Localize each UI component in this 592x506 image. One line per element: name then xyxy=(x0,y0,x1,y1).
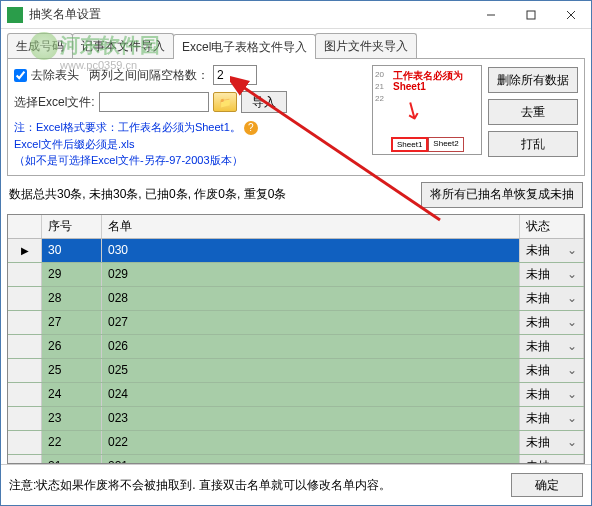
col-name: 名单 xyxy=(102,215,520,238)
tab-excel[interactable]: Excel电子表格文件导入 xyxy=(173,34,316,59)
select-file-label: 选择Excel文件: xyxy=(14,94,95,111)
table-row[interactable]: 25025未抽 xyxy=(8,359,584,383)
data-grid: 序号 名单 状态 ▶30030未抽29029未抽28028未抽27027未抽26… xyxy=(7,214,585,465)
window-title: 抽奖名单设置 xyxy=(29,6,471,23)
status-dropdown[interactable]: 未抽 xyxy=(520,383,584,406)
table-row[interactable]: 29029未抽 xyxy=(8,263,584,287)
import-button[interactable]: 导入 xyxy=(241,91,287,113)
maximize-button[interactable] xyxy=(511,1,551,29)
status-dropdown[interactable]: 未抽 xyxy=(520,239,584,262)
grid-body[interactable]: ▶30030未抽29029未抽28028未抽27027未抽26026未抽2502… xyxy=(8,239,584,464)
minimize-button[interactable] xyxy=(471,1,511,29)
app-icon xyxy=(7,7,23,23)
ok-button[interactable]: 确定 xyxy=(511,473,583,497)
table-row[interactable]: 21021未抽 xyxy=(8,455,584,464)
col-status: 状态 xyxy=(520,215,584,238)
table-row[interactable]: ▶30030未抽 xyxy=(8,239,584,263)
main-window: 抽奖名单设置 河东软件园 www.pc0359.cn 生成号码 记事本文件导入 … xyxy=(0,0,592,506)
tab-generate[interactable]: 生成号码 xyxy=(7,33,73,58)
remove-header-checkbox[interactable] xyxy=(14,69,27,82)
status-dropdown[interactable]: 未抽 xyxy=(520,263,584,286)
grid-header: 序号 名单 状态 xyxy=(8,215,584,239)
status-dropdown[interactable]: 未抽 xyxy=(520,311,584,334)
remove-header-label: 去除表头 xyxy=(31,67,79,84)
browse-button[interactable]: 📁 xyxy=(213,92,237,112)
dedup-button[interactable]: 去重 xyxy=(488,99,578,125)
shuffle-button[interactable]: 打乱 xyxy=(488,131,578,157)
excel-note: 注：Excel格式要求：工作表名必须为Sheet1。 ? Excel文件后缀必须… xyxy=(14,119,366,169)
status-dropdown[interactable]: 未抽 xyxy=(520,287,584,310)
table-row[interactable]: 22022未抽 xyxy=(8,431,584,455)
close-button[interactable] xyxy=(551,1,591,29)
status-dropdown[interactable]: 未抽 xyxy=(520,407,584,430)
status-dropdown[interactable]: 未抽 xyxy=(520,335,584,358)
col-gap-label: 两列之间间隔空格数： xyxy=(89,67,209,84)
col-gap-input[interactable] xyxy=(213,65,257,85)
restore-button[interactable]: 将所有已抽名单恢复成未抽 xyxy=(421,182,583,208)
tab-images[interactable]: 图片文件夹导入 xyxy=(315,33,417,58)
file-path-input[interactable] xyxy=(99,92,209,112)
table-row[interactable]: 26026未抽 xyxy=(8,335,584,359)
status-dropdown[interactable]: 未抽 xyxy=(520,359,584,382)
footer-message: 注意:状态如果作废将不会被抽取到. 直接双击名单就可以修改名单内容。 xyxy=(9,477,503,494)
status-dropdown[interactable]: 未抽 xyxy=(520,455,584,464)
import-tabs: 生成号码 记事本文件导入 Excel电子表格文件导入 图片文件夹导入 xyxy=(7,33,585,59)
excel-preview: 20 21 22 工作表名必须为Sheet1 ↘ Sheet1 Sheet2 xyxy=(372,65,482,155)
help-icon[interactable]: ? xyxy=(244,121,258,135)
table-row[interactable]: 23023未抽 xyxy=(8,407,584,431)
svg-rect-1 xyxy=(527,11,535,19)
status-text: 数据总共30条, 未抽30条, 已抽0条, 作废0条, 重复0条 xyxy=(9,186,421,203)
tab-notepad[interactable]: 记事本文件导入 xyxy=(72,33,174,58)
arrow-icon: ↘ xyxy=(397,93,428,127)
table-row[interactable]: 24024未抽 xyxy=(8,383,584,407)
table-row[interactable]: 27027未抽 xyxy=(8,311,584,335)
delete-all-button[interactable]: 删除所有数据 xyxy=(488,67,578,93)
col-index: 序号 xyxy=(42,215,102,238)
excel-import-pane: 去除表头 两列之间间隔空格数： 选择Excel文件: 📁 导入 注：Excel格… xyxy=(7,59,585,176)
status-dropdown[interactable]: 未抽 xyxy=(520,431,584,454)
table-row[interactable]: 28028未抽 xyxy=(8,287,584,311)
titlebar: 抽奖名单设置 xyxy=(1,1,591,29)
